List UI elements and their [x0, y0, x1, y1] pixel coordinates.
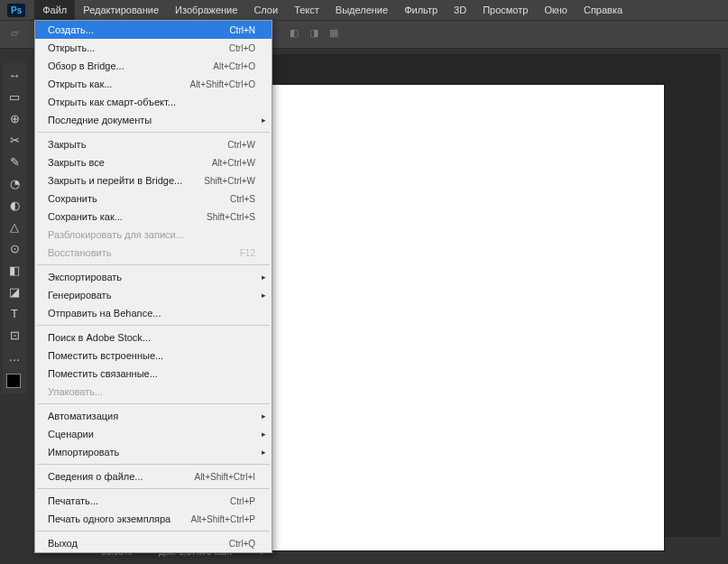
mode-icon[interactable]: ◨: [309, 27, 324, 42]
menu-item-label: Экспортировать: [48, 272, 122, 282]
menu-item-shortcut: Alt+Shift+Ctrl+O: [189, 79, 255, 89]
menu-item[interactable]: Поиск в Adobe Stock...: [35, 328, 272, 347]
menu-item[interactable]: ВыходCtrl+Q: [35, 534, 272, 552]
menu-item[interactable]: Сведения о файле...Alt+Shift+Ctrl+I: [35, 467, 272, 485]
menu-слои[interactable]: Слои: [245, 0, 286, 20]
menu-item-label: Отправить на Behance...: [48, 308, 161, 319]
menu-item-shortcut: Ctrl+O: [229, 43, 255, 53]
menu-item[interactable]: Генерировать▸: [35, 286, 272, 304]
tool-icon[interactable]: ⊡: [5, 325, 24, 345]
menu-item[interactable]: Сценарии▸: [35, 425, 272, 443]
menu-item-label: Закрыть все: [48, 157, 105, 168]
tool-icon[interactable]: △: [5, 217, 24, 236]
menu-item[interactable]: СохранитьCtrl+S: [35, 190, 272, 208]
menu-item-label: Поместить встроенные...: [48, 350, 163, 361]
menu-item[interactable]: Открыть...Ctrl+O: [35, 39, 272, 57]
menu-изображение[interactable]: Изображение: [167, 0, 245, 20]
app-logo: Ps: [7, 4, 25, 17]
tool-icon[interactable]: T: [5, 303, 24, 323]
tool-icon[interactable]: ⊙: [5, 238, 24, 258]
menu-item-label: Открыть как...: [48, 79, 112, 89]
menu-item-label: Поместить связанные...: [48, 368, 158, 379]
menu-item[interactable]: Поместить связанные...: [35, 365, 272, 383]
menu-item-shortcut: Alt+Ctrl+O: [213, 61, 255, 71]
menu-item[interactable]: Закрыть всеAlt+Ctrl+W: [35, 153, 272, 171]
menu-item[interactable]: Сохранить как...Shift+Ctrl+S: [35, 208, 272, 226]
menu-просмотр[interactable]: Просмотр: [475, 0, 536, 20]
tool-icon[interactable]: ◔: [5, 173, 24, 193]
menu-item-shortcut: Shift+Ctrl+W: [204, 176, 255, 186]
menu-separator: [37, 531, 270, 532]
menu-item[interactable]: Открыть как смарт-объект...: [35, 93, 272, 111]
menu-item-label: Автоматизация: [48, 411, 118, 421]
file-menu-dropdown: Создать...Ctrl+NОткрыть...Ctrl+OОбзор в …: [34, 20, 272, 553]
menu-item-label: Закрыть: [48, 139, 86, 150]
menu-item[interactable]: Печатать...Ctrl+P: [35, 492, 272, 510]
tool-icon[interactable]: …: [5, 347, 24, 366]
menu-item[interactable]: Создать...Ctrl+N: [35, 21, 272, 39]
menu-item-label: Сохранить: [48, 193, 97, 204]
menu-окно[interactable]: Окно: [536, 0, 576, 20]
menu-item: Разблокировать для записи...: [35, 226, 272, 244]
mode-icon[interactable]: ▦: [329, 27, 344, 42]
submenu-arrow-icon: ▸: [262, 273, 266, 282]
menu-separator: [37, 403, 270, 404]
mode-icon[interactable]: ◧: [290, 27, 304, 42]
tool-preset-icon[interactable]: ▱: [11, 27, 25, 42]
toolbox: ↔▭⊕✂✎◔◐△⊙◧◪T⊡…: [3, 63, 26, 393]
menu-item-shortcut: Ctrl+W: [227, 140, 255, 150]
menu-item-shortcut: Ctrl+S: [230, 194, 255, 204]
menu-item-label: Сценарии: [48, 429, 94, 439]
menu-item[interactable]: Импортировать▸: [35, 443, 272, 461]
menu-item-shortcut: Shift+Ctrl+S: [207, 212, 255, 222]
menu-separator: [37, 464, 270, 465]
submenu-arrow-icon: ▸: [262, 448, 266, 457]
menu-выделение[interactable]: Выделение: [327, 0, 396, 20]
menu-item-label: Открыть...: [48, 42, 95, 53]
menu-item[interactable]: Открыть как...Alt+Shift+Ctrl+O: [35, 75, 272, 93]
tool-icon[interactable]: ◧: [5, 260, 24, 280]
menu-item[interactable]: Отправить на Behance...: [35, 304, 272, 322]
menu-item-label: Обзор в Bridge...: [48, 60, 124, 71]
menu-item-label: Сохранить как...: [48, 211, 123, 222]
tool-icon[interactable]: ⊕: [5, 108, 24, 128]
tool-icon[interactable]: ◐: [5, 195, 24, 215]
tool-icon[interactable]: ✎: [5, 152, 24, 171]
menu-item-label: Закрыть и перейти в Bridge...: [48, 175, 182, 186]
menu-item[interactable]: ЗакрытьCtrl+W: [35, 135, 272, 153]
menu-редактирование[interactable]: Редактирование: [75, 0, 167, 20]
menu-item-shortcut: Alt+Ctrl+W: [212, 158, 255, 168]
menu-separator: [37, 488, 270, 489]
menu-item[interactable]: Печать одного экземпляраAlt+Shift+Ctrl+P: [35, 510, 272, 528]
menu-3d[interactable]: 3D: [446, 0, 475, 20]
menu-item-shortcut: Alt+Shift+Ctrl+P: [191, 514, 255, 524]
menu-текст[interactable]: Текст: [286, 0, 327, 20]
menu-item[interactable]: Поместить встроенные...: [35, 347, 272, 365]
menu-item-label: Импортировать: [48, 447, 119, 458]
menu-item-label: Печать одного экземпляра: [48, 513, 170, 524]
menu-item[interactable]: Автоматизация▸: [35, 407, 272, 425]
submenu-arrow-icon: ▸: [262, 116, 266, 125]
color-swatch[interactable]: [5, 372, 24, 392]
menu-item[interactable]: Экспортировать▸: [35, 268, 272, 286]
menu-separator: [37, 132, 270, 133]
menu-item[interactable]: Обзор в Bridge...Alt+Ctrl+O: [35, 57, 272, 75]
tool-icon[interactable]: ↔: [5, 65, 24, 85]
menu-файл[interactable]: Файл: [34, 0, 75, 20]
menu-item-label: Сведения о файле...: [48, 471, 143, 482]
menu-item: Упаковать...: [35, 383, 272, 401]
menu-item: ВосстановитьF12: [35, 244, 272, 262]
menu-item[interactable]: Последние документы▸: [35, 111, 272, 129]
menu-item-shortcut: Alt+Shift+Ctrl+I: [194, 472, 255, 482]
submenu-arrow-icon: ▸: [262, 291, 266, 300]
menu-item-label: Генерировать: [48, 290, 111, 300]
menu-separator: [37, 264, 270, 265]
menu-справка[interactable]: Справка: [576, 0, 631, 20]
menu-item[interactable]: Закрыть и перейти в Bridge...Shift+Ctrl+…: [35, 171, 272, 190]
tool-icon[interactable]: ◪: [5, 282, 24, 301]
menu-фильтр[interactable]: Фильтр: [396, 0, 446, 20]
menubar: Ps ФайлРедактированиеИзображениеСлоиТекс…: [0, 0, 728, 20]
tool-icon[interactable]: ▭: [5, 87, 24, 106]
submenu-arrow-icon: ▸: [262, 411, 266, 421]
tool-icon[interactable]: ✂: [5, 130, 24, 150]
